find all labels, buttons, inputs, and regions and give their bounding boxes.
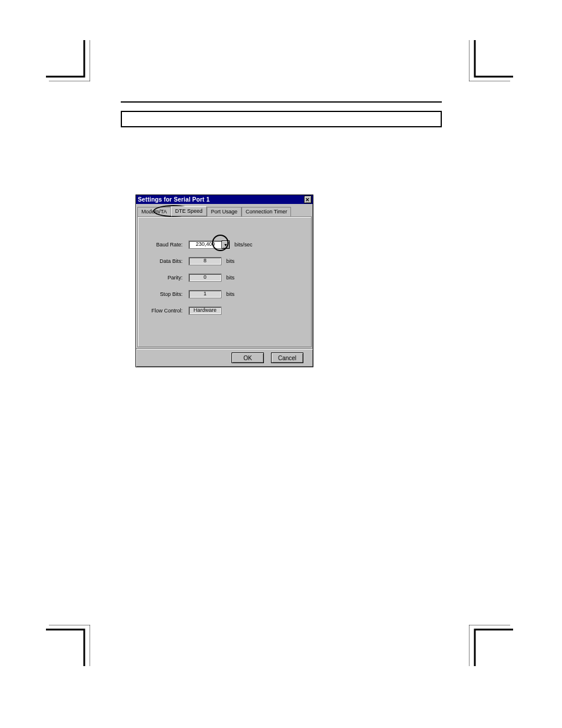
data-bits-unit: bits <box>222 258 234 264</box>
tab-label: DTE Speed <box>175 208 203 214</box>
stop-bits-unit: bits <box>222 291 234 297</box>
button-label: OK <box>243 355 252 361</box>
titlebar[interactable]: Settings for Serial Port 1 ✕ <box>136 195 313 204</box>
baud-rate-label: Baud Rate: <box>145 242 189 248</box>
cancel-button[interactable]: Cancel <box>271 353 303 363</box>
crop-mark-top-right <box>469 40 513 81</box>
titlebar-text: Settings for Serial Port 1 <box>138 196 210 203</box>
tab-label: Port Usage <box>211 209 237 215</box>
close-icon[interactable]: ✕ <box>304 196 312 203</box>
button-bar: OK Cancel <box>136 348 313 367</box>
blank-header-box <box>121 111 442 127</box>
ok-button[interactable]: OK <box>232 353 264 363</box>
flow-control-label: Flow Control: <box>145 308 189 314</box>
parity-label: Parity: <box>145 275 189 281</box>
header-rule <box>121 101 442 103</box>
flow-control-value: Hardware <box>189 307 222 315</box>
stop-bits-value: 1 <box>189 290 222 298</box>
baud-rate-select[interactable]: 230,400 <box>189 241 222 249</box>
parity-unit: bits <box>222 275 234 281</box>
data-bits-label: Data Bits: <box>145 258 189 264</box>
crop-mark-bottom-right <box>469 625 513 666</box>
chevron-down-icon[interactable]: ▼ <box>222 241 230 249</box>
tab-port-usage[interactable]: Port Usage <box>207 207 242 217</box>
button-label: Cancel <box>278 355 296 361</box>
serial-port-settings-dialog: Settings for Serial Port 1 ✕ Modem/TA DT… <box>135 195 313 367</box>
tab-label: Connection Timer <box>246 209 287 215</box>
tab-strip: Modem/TA DTE Speed Port Usage Connection… <box>137 206 312 216</box>
dte-speed-panel: Baud Rate: 230,400 ▼ bits/sec Data Bits:… <box>137 216 312 347</box>
parity-value: 0 <box>189 274 222 282</box>
baud-rate-unit: bits/sec <box>230 242 253 248</box>
crop-mark-bottom-left <box>46 625 90 666</box>
crop-mark-top-left <box>46 40 90 81</box>
tab-dte-speed[interactable]: DTE Speed <box>171 206 207 216</box>
tab-modem[interactable]: Modem/TA <box>137 207 171 217</box>
tab-label: Modem/TA <box>141 209 167 215</box>
tab-connection-timer[interactable]: Connection Timer <box>242 207 292 217</box>
stop-bits-label: Stop Bits: <box>145 291 189 297</box>
data-bits-value: 8 <box>189 257 222 265</box>
